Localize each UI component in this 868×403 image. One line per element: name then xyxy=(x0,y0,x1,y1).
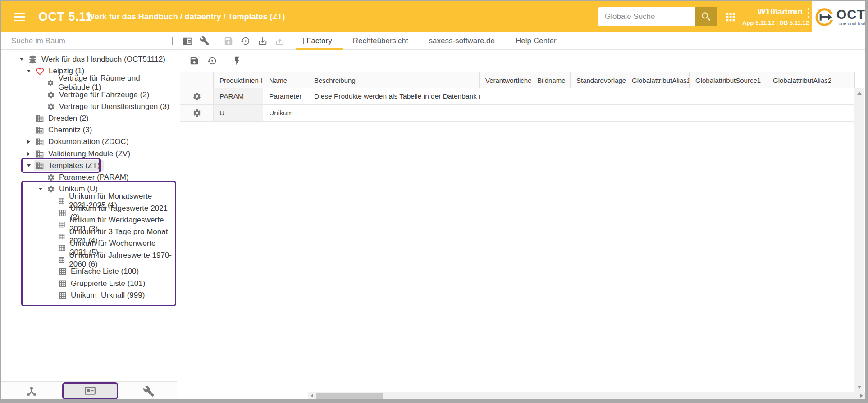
tree-item[interactable]: Verträge für Dienstleistungen (3) xyxy=(1,101,177,113)
tree-item-content[interactable]: Unikum_Urknall (999) xyxy=(57,290,149,301)
tree-item-content[interactable]: Werk für das Handbuch (OCT51112) xyxy=(27,54,169,65)
table-cell[interactable]: Diese Produkte werden als Tabelle in der… xyxy=(308,88,480,104)
collapse-arrow-icon[interactable] xyxy=(17,58,27,61)
table-cell[interactable] xyxy=(480,88,531,104)
tree-item-content[interactable]: Templates (ZT) xyxy=(34,160,104,171)
horizontal-scrollbar[interactable] xyxy=(308,392,865,399)
table-cell[interactable]: PARAM xyxy=(214,88,263,104)
tree-item[interactable]: Verträge für Räume und Gebäude (1) xyxy=(1,77,177,89)
save-button[interactable] xyxy=(224,36,233,46)
collapse-arrow-icon[interactable] xyxy=(24,164,34,167)
column-header[interactable]: Beschreibung xyxy=(308,72,480,88)
table-cell[interactable] xyxy=(626,88,690,104)
menu-icon[interactable] xyxy=(14,13,25,21)
table-view-button[interactable] xyxy=(62,382,118,399)
collapse-arrow-icon[interactable] xyxy=(24,70,34,72)
row-gear-cell[interactable] xyxy=(180,105,214,121)
column-header[interactable]: Bildname xyxy=(531,72,571,88)
tab-rechte-bersicht[interactable]: Rechteübersicht xyxy=(343,32,419,50)
tree-item-content[interactable]: Verträge für Dienstleistungen (3) xyxy=(46,101,174,112)
expand-arrow-icon[interactable] xyxy=(24,152,34,156)
upload-icon xyxy=(275,36,285,46)
restore-button[interactable] xyxy=(241,36,251,46)
tree-item-content[interactable]: Einfache Liste (100) xyxy=(57,266,143,277)
download-icon xyxy=(258,36,268,46)
tree-search-input[interactable] xyxy=(1,32,146,49)
tree-item-content[interactable]: Verträge für Fahrzeuge (2) xyxy=(46,90,153,100)
panel-view-button[interactable] xyxy=(183,36,192,46)
download-button[interactable] xyxy=(258,36,268,46)
column-header[interactable]: Standardvorlage xyxy=(571,72,626,88)
tools-button[interactable] xyxy=(142,385,155,398)
tree-item[interactable]: Gruppierte Liste (101) xyxy=(1,278,177,290)
column-header[interactable]: Produktlinien-ID xyxy=(214,72,263,88)
building-icon xyxy=(35,161,44,170)
tree-item[interactable]: Unikum_Urknall (999) xyxy=(1,290,177,301)
scroll-down-icon[interactable] xyxy=(857,386,862,389)
collapse-arrow-icon[interactable] xyxy=(36,188,46,190)
row-gear-cell[interactable] xyxy=(180,88,214,104)
column-header[interactable]: Verantwortlicher xyxy=(480,72,531,88)
scroll-up-icon[interactable] xyxy=(857,92,862,95)
table-row[interactable]: PARAMParameterDiese Produkte werden als … xyxy=(180,88,855,105)
upload-button[interactable] xyxy=(275,36,285,46)
tree-item[interactable]: Verträge für Fahrzeuge (2) xyxy=(1,89,177,101)
column-header[interactable] xyxy=(180,72,214,88)
column-header[interactable]: GlobalattributAlias2 xyxy=(767,72,855,88)
tree-item-content[interactable]: Dokumentation (ZDOC) xyxy=(34,136,133,147)
apps-grid-icon[interactable] xyxy=(724,11,737,23)
scroll-left-icon[interactable] xyxy=(311,394,313,398)
tree-item-content[interactable]: Validierung Module (ZV) xyxy=(34,149,134,159)
panel-splitter-handle[interactable] xyxy=(169,37,173,45)
configure-button[interactable] xyxy=(200,36,210,46)
expand-arrow-icon[interactable] xyxy=(24,140,34,144)
tree-item[interactable]: Dresden (2) xyxy=(1,113,177,124)
tree-item[interactable]: Templates (ZT) xyxy=(1,160,177,172)
table-cell[interactable] xyxy=(308,105,480,121)
grid-restore-button[interactable] xyxy=(207,56,217,66)
tree-view-button[interactable] xyxy=(25,385,38,398)
table-cell[interactable] xyxy=(690,105,767,121)
tree-item-content[interactable]: Dresden (2) xyxy=(34,113,93,124)
tree-item-content[interactable]: Gruppierte Liste (101) xyxy=(57,278,149,289)
tab-help-center[interactable]: Help Center xyxy=(505,32,567,50)
table-cell[interactable] xyxy=(531,105,571,121)
tree-item-content[interactable]: Parameter (PARAM) xyxy=(46,172,133,183)
table-cell[interactable] xyxy=(626,105,690,121)
gear-icon xyxy=(47,103,55,111)
table-cell[interactable] xyxy=(571,105,626,121)
table-cell[interactable]: Parameter xyxy=(263,88,308,104)
horizontal-scroll-thumb[interactable] xyxy=(316,393,383,399)
column-header[interactable]: GlobalattributAlias1 xyxy=(626,72,690,88)
scroll-right-icon[interactable] xyxy=(860,394,863,398)
main-area: FactoryRechteübersichtsaxess-software.de… xyxy=(178,32,865,399)
column-header[interactable]: Name xyxy=(263,72,308,88)
tree-item-content[interactable]: Chemnitz (3) xyxy=(34,125,96,136)
table-cell[interactable] xyxy=(767,105,855,121)
tree-item[interactable]: Werk für das Handbuch (OCT51112) xyxy=(1,54,177,65)
tree-item[interactable]: Chemnitz (3) xyxy=(1,124,177,136)
tree-item[interactable]: Dokumentation (ZDOC) xyxy=(1,136,177,148)
table-cell[interactable]: U xyxy=(214,105,263,121)
grid-save-button[interactable] xyxy=(189,56,199,66)
kebab-menu-icon[interactable] xyxy=(805,8,812,18)
column-header[interactable]: GlobalattributSource1 xyxy=(690,72,767,88)
user-name[interactable]: W10\admin xyxy=(739,7,813,17)
logo-tagline: one cool tool xyxy=(836,21,865,26)
global-search-input[interactable] xyxy=(598,7,695,26)
table-row[interactable]: UUnikum xyxy=(180,105,855,122)
tree-item[interactable]: Parameter (PARAM) xyxy=(1,172,177,183)
tab-saxess-software-de[interactable]: saxess-software.de xyxy=(419,32,505,50)
table-cell[interactable] xyxy=(480,105,531,121)
table-cell[interactable] xyxy=(767,88,855,104)
tab-factory[interactable]: Factory xyxy=(296,32,343,50)
table-cell[interactable] xyxy=(690,88,767,104)
global-search-button[interactable] xyxy=(695,7,717,26)
execute-button[interactable] xyxy=(232,56,242,66)
tree-item[interactable]: Unikum für Jahreswerte 1970-2060 (6) xyxy=(1,254,177,266)
table-cell[interactable] xyxy=(531,88,571,104)
table-cell[interactable]: Unikum xyxy=(263,105,308,121)
table-cell[interactable] xyxy=(571,88,626,104)
tree-item[interactable]: Validierung Module (ZV) xyxy=(1,148,177,160)
vertical-scrollbar[interactable] xyxy=(854,88,864,392)
